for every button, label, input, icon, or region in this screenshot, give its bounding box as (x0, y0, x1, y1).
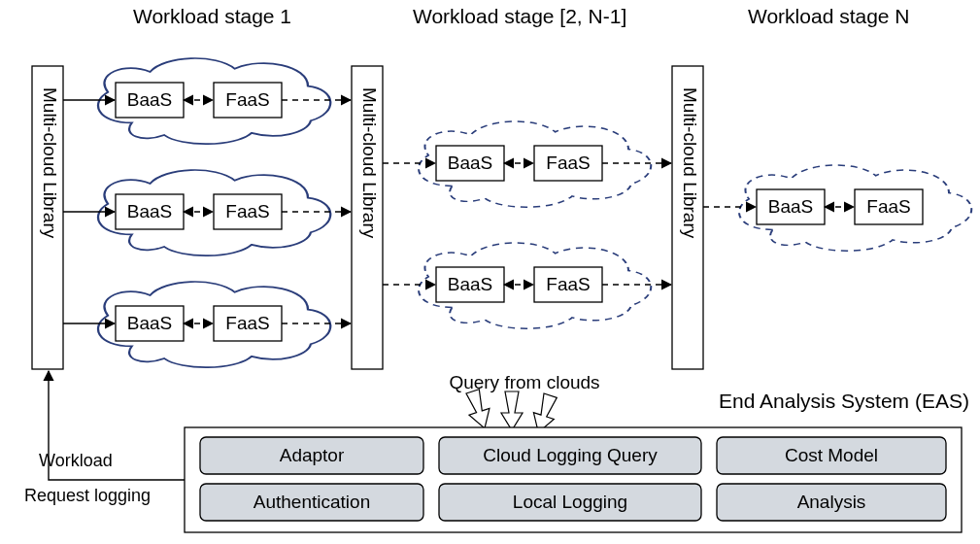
faas-label: FaaS (546, 274, 590, 294)
multicloud-library-3: Multi-cloud Library (672, 66, 703, 369)
eas-analysis: Analysis (797, 492, 866, 512)
faas-label: FaaS (225, 201, 269, 221)
faas-label: FaaS (866, 196, 910, 217)
faas-label: FaaS (225, 313, 269, 333)
library-label-1: Multi-cloud Library (40, 87, 60, 239)
eas-title: End Analysis System (EAS) (719, 390, 969, 412)
multicloud-library-1: Multi-cloud Library (32, 66, 63, 369)
cloud-stage1-3: BaaS FaaS (98, 282, 330, 367)
baas-label: BaaS (127, 201, 172, 221)
cloud-stageN-1: BaaS FaaS (739, 165, 971, 251)
baas-label: BaaS (448, 274, 492, 294)
baas-label: BaaS (448, 153, 492, 173)
library-label-2: Multi-cloud Library (359, 87, 380, 239)
query-label: Query from clouds (449, 372, 599, 392)
eas-container: Adaptor Cloud Logging Query Cost Model A… (185, 427, 962, 532)
baas-label: BaaS (768, 196, 813, 217)
library-label-3: Multi-cloud Library (680, 87, 700, 239)
faas-label: FaaS (225, 89, 269, 110)
cloud-stage2-1: BaaS FaaS (419, 121, 651, 207)
eas-authentication: Authentication (253, 492, 370, 512)
workload-label: Workload (39, 451, 113, 470)
request-logging-label: Request logging (24, 486, 151, 505)
heading-stage-n: Workload stage N (748, 5, 910, 27)
eas-adaptor: Adaptor (280, 445, 345, 465)
multicloud-library-2: Multi-cloud Library (352, 66, 383, 369)
architecture-diagram: Workload stage 1 Workload stage [2, N-1]… (0, 0, 980, 544)
cloud-stage1-1: BaaS FaaS (98, 58, 330, 144)
heading-stage-1: Workload stage 1 (133, 5, 291, 27)
eas-cloud-logging-query: Cloud Logging Query (483, 445, 658, 465)
baas-label: BaaS (127, 89, 172, 110)
faas-label: FaaS (546, 153, 590, 173)
eas-cost-model: Cost Model (785, 445, 878, 465)
baas-label: BaaS (127, 313, 172, 333)
cloud-stage2-2: BaaS FaaS (419, 243, 651, 328)
cloud-stage1-2: BaaS FaaS (98, 170, 330, 255)
eas-local-logging: Local Logging (513, 492, 627, 512)
heading-stage-2: Workload stage [2, N-1] (413, 5, 626, 27)
